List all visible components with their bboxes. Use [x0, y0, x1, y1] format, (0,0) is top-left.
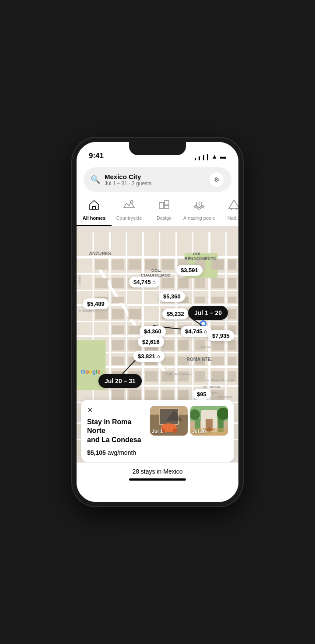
svg-rect-71 — [112, 340, 124, 351]
countryside-icon — [123, 199, 135, 214]
svg-text:Av. Oaxaca: Av. Oaxaca — [203, 385, 220, 389]
svg-rect-57 — [228, 297, 236, 303]
svg-rect-92 — [195, 371, 205, 382]
svg-rect-50 — [95, 309, 108, 319]
price-marker-5232[interactable]: $5,232 — [162, 308, 189, 319]
svg-rect-36 — [112, 278, 124, 288]
price-marker-3591[interactable]: $3,591 — [176, 265, 203, 276]
tab-amazing-pools-label: Amazing pools — [183, 215, 215, 221]
parks-icon — [228, 199, 238, 214]
svg-rect-49 — [178, 278, 189, 288]
search-dates: Jul 1 – 31 · 2 guests — [105, 180, 151, 187]
svg-rect-79 — [112, 357, 124, 365]
svg-rect-150 — [173, 429, 177, 433]
svg-rect-4 — [164, 206, 169, 208]
bottom-bar: 28 stays in Mexico — [77, 462, 238, 486]
price-marker-4360[interactable]: $4,360 — [140, 326, 166, 337]
price-marker-3821[interactable]: $3,821 ⌂ — [133, 351, 164, 362]
svg-rect-0 — [93, 207, 95, 209]
svg-text:al Mexicano: al Mexicano — [79, 309, 94, 312]
svg-rect-86 — [228, 357, 236, 365]
svg-rect-89 — [145, 371, 158, 382]
google-logo: Google — [81, 368, 101, 375]
svg-text:ROMA NTE.: ROMA NTE. — [186, 357, 212, 362]
battery-icon: ▬ — [220, 153, 226, 160]
phone-inner: 9:41 ▲ ▬ 🔍 Mexico City Jul 1 – — [77, 142, 238, 502]
svg-rect-97 — [145, 390, 158, 400]
house-icon — [88, 199, 100, 214]
home-indicator[interactable] — [129, 478, 186, 481]
status-icons: ▲ ▬ — [194, 152, 226, 160]
close-button[interactable]: ✕ — [87, 406, 146, 414]
search-left: 🔍 Mexico City Jul 1 – 31 · 2 guests — [91, 173, 151, 187]
price-marker-95[interactable]: $95 — [192, 389, 211, 400]
svg-text:Leibnitz: Leibnitz — [77, 275, 81, 286]
search-icon: 🔍 — [91, 175, 100, 184]
tab-design[interactable]: Design — [147, 197, 182, 226]
design-icon — [158, 199, 170, 214]
pools-icon — [193, 199, 205, 214]
filter-icon: ⚙ — [214, 176, 220, 183]
svg-text:Guanajuato: Guanajuato — [217, 395, 232, 399]
tab-amazing-pools[interactable]: Amazing pools — [182, 197, 217, 226]
phone-frame: 9:41 ▲ ▬ 🔍 Mexico City Jul 1 – — [72, 138, 243, 506]
card-images: Jul 1 — [150, 406, 228, 456]
svg-text:ANZURES: ANZURES — [89, 251, 111, 256]
svg-rect-35 — [95, 278, 108, 288]
tab-countryside-label: Countryside — [116, 215, 142, 221]
svg-rect-98 — [161, 390, 174, 400]
svg-rect-43 — [195, 278, 205, 288]
svg-rect-31 — [95, 260, 108, 270]
tab-national-label: Nati… — [228, 215, 238, 221]
price-marker-2616[interactable]: $2,616 — [138, 336, 164, 347]
bottom-card: ✕ Stay in Roma Norteand La Condesa $5,10… — [81, 400, 234, 462]
svg-rect-63 — [112, 325, 124, 334]
price-marker-4745-1[interactable]: $4,745 ⌂ — [129, 277, 160, 287]
card-title: Stay in Roma Norteand La Condesa — [87, 418, 146, 445]
map-container[interactable]: ANZURES COL. RENACIMIENTO COL. CUAUHTEMO… — [77, 226, 238, 462]
filter-button[interactable]: ⚙ — [209, 172, 224, 187]
svg-rect-75 — [178, 340, 189, 351]
tab-countryside[interactable]: Countryside — [112, 197, 147, 226]
wifi-icon: ▲ — [211, 153, 217, 160]
search-bar[interactable]: 🔍 Mexico City Jul 1 – 31 · 2 guests ⚙ — [84, 167, 231, 192]
svg-rect-47 — [112, 297, 124, 303]
price-marker-5360[interactable]: $5,360 — [159, 291, 185, 302]
tab-design-label: Design — [157, 215, 172, 221]
date-marker-jul20-31[interactable]: Jul 20 – 31 — [98, 374, 142, 388]
photo-jul1[interactable]: Jul 1 — [150, 406, 188, 436]
photo-jul20[interactable]: Jul 20 — [190, 406, 228, 436]
status-time: 9:41 — [89, 152, 104, 160]
photo2-label: Jul 20 — [192, 429, 206, 434]
svg-rect-148 — [162, 424, 175, 429]
date-marker-jul1-20[interactable]: Jul 1 – 20 — [188, 306, 228, 320]
svg-rect-32 — [112, 260, 124, 270]
svg-rect-78 — [228, 340, 236, 351]
svg-text:RENACIMIENTO: RENACIMIENTO — [185, 256, 217, 261]
tab-all-homes[interactable]: All homes — [77, 197, 112, 226]
status-bar: 9:41 ▲ ▬ — [77, 142, 238, 164]
price-marker-4745-2[interactable]: $4,745 ⌂ — [181, 326, 212, 337]
category-tabs: All homes Countryside — [77, 195, 238, 226]
tab-national[interactable]: Nati… — [217, 197, 238, 226]
svg-rect-51 — [112, 309, 124, 319]
price-value: $5,105 — [87, 449, 106, 456]
svg-text:COL.: COL. — [151, 268, 161, 273]
svg-rect-62 — [228, 309, 236, 319]
svg-rect-42 — [228, 260, 236, 270]
card-info: ✕ Stay in Roma Norteand La Condesa $5,10… — [87, 406, 146, 456]
svg-text:COL.: COL. — [193, 251, 203, 256]
svg-rect-85 — [211, 357, 224, 365]
svg-rect-3 — [164, 201, 169, 205]
svg-text:Calle de Durango: Calle de Durango — [166, 372, 192, 376]
price-marker-7935[interactable]: $7,935 — [208, 330, 234, 341]
svg-rect-45 — [228, 278, 236, 288]
price-marker-5489[interactable]: $5,489 — [83, 298, 109, 309]
search-text-block: Mexico City Jul 1 – 31 · 2 guests — [105, 173, 151, 187]
svg-text:Puebla: Puebla — [201, 345, 212, 349]
svg-rect-99 — [178, 390, 189, 400]
svg-rect-2 — [159, 202, 164, 208]
photo1-label: Jul 1 — [152, 429, 163, 434]
svg-rect-48 — [161, 278, 174, 288]
svg-rect-55 — [195, 297, 205, 303]
